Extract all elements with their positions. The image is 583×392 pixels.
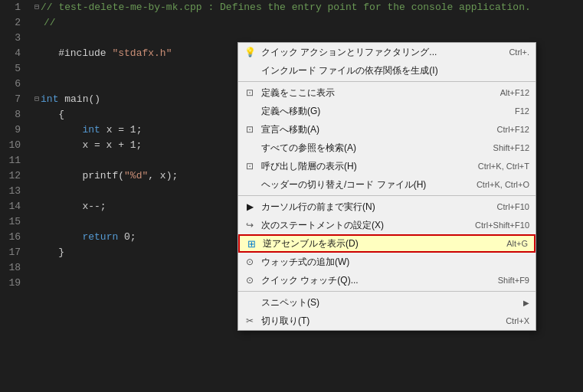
menu-shortcut-goto-decl: Ctrl+F12 — [497, 125, 530, 134]
code-kw-int-main: int — [41, 92, 58, 107]
menu-label-quick-action: クイック アクションとリファクタリング... — [261, 46, 493, 59]
menu-shortcut-quick-watch: Shift+F9 — [498, 276, 529, 285]
line-num-14: 14 — [0, 199, 21, 214]
code-brace-close: } — [34, 245, 64, 260]
menu-label-quick-watch: クイック ウォッチ(Q)... — [261, 274, 483, 287]
code-main-fn: main() — [58, 92, 100, 107]
collapse-icon-1[interactable]: ⊟ — [34, 0, 39, 15]
menu-shortcut-find-refs: Shift+F12 — [493, 143, 529, 152]
line-num-17: 17 — [0, 245, 21, 260]
code-printf: printf("%d", x); — [34, 168, 178, 184]
line-num-6: 6 — [0, 77, 21, 92]
bulb-icon: 💡 — [243, 47, 257, 57]
menu-shortcut-next-stmt: Ctrl+Shift+F10 — [475, 220, 529, 230]
menu-label-goto-decl: 宣言へ移動(A) — [261, 123, 482, 136]
next-stmt-icon: ↪ — [243, 220, 257, 230]
goto-decl-icon: ⊡ — [243, 124, 257, 135]
menu-label-include-dep: インクルード ファイルの依存関係を生成(I) — [261, 64, 529, 77]
menu-shortcut-call-hier: Ctrl+K, Ctrl+T — [478, 162, 529, 171]
line-num-16: 16 — [0, 230, 21, 245]
menu-item-def-here[interactable]: ⊡ 定義をここに表示 Alt+F12 — [238, 83, 536, 102]
line-num-18: 18 — [0, 260, 21, 276]
menu-shortcut-quick-action: Ctrl+. — [509, 47, 529, 57]
line-num-1: 1 — [0, 0, 21, 15]
line-num-4: 4 — [0, 46, 21, 61]
menu-label-call-hier: 呼び出し階層の表示(H) — [261, 160, 463, 173]
code-decrement: x--; — [34, 199, 106, 214]
line-num-9: 9 — [0, 122, 21, 138]
disasm-icon: ⊞ — [244, 238, 258, 250]
line-num-7: 7 — [0, 92, 21, 107]
menu-shortcut-goto-def: F12 — [515, 106, 529, 116]
line-num-10: 10 — [0, 138, 21, 153]
menu-label-add-watch: ウォッチ式の追加(W) — [261, 256, 529, 269]
menu-shortcut-toggle-header: Ctrl+K, Ctrl+O — [477, 180, 529, 189]
line-num-11: 11 — [0, 153, 21, 168]
menu-shortcut-cut: Ctrl+X — [506, 316, 529, 325]
menu-label-goto-def: 定義へ移動(G) — [261, 105, 499, 118]
menu-label-disassembly: 逆アセンブルを表示(D) — [263, 237, 491, 250]
line-numbers: 1 2 3 4 5 6 7 8 9 10 11 12 13 14 15 16 1… — [0, 0, 27, 392]
code-int-x: int x = 1; — [34, 122, 142, 138]
menu-shortcut-run-to-cursor: Ctrl+F10 — [497, 202, 530, 211]
menu-label-run-to-cursor: カーソル行の前まで実行(N) — [261, 201, 482, 214]
line-num-15: 15 — [0, 214, 21, 230]
menu-shortcut-disassembly: Alt+G — [506, 239, 528, 248]
line-num-12: 12 — [0, 168, 21, 184]
code-comment-1: // test-delete-me-by-mk.cpp : Defines th… — [41, 0, 531, 15]
menu-item-next-stmt[interactable]: ↪ 次のステートメントの設定(X) Ctrl+Shift+F10 — [238, 216, 536, 234]
code-x-plus: x = x + 1; — [34, 138, 142, 153]
line-num-2: 2 — [0, 15, 21, 31]
code-include: #include "stdafx.h" — [34, 46, 172, 61]
menu-item-disassembly[interactable]: ⊞ 逆アセンブルを表示(D) Alt+G — [238, 234, 536, 253]
code-line-2: // — [34, 15, 583, 31]
menu-item-cut[interactable]: ✂ 切り取り(T) Ctrl+X — [238, 312, 536, 330]
line-num-13: 13 — [0, 184, 21, 199]
cut-icon: ✂ — [243, 315, 257, 326]
call-hier-icon: ⊡ — [243, 161, 257, 172]
menu-label-toggle-header: ヘッダーの切り替え/コード ファイル(H) — [261, 178, 461, 191]
add-watch-icon: ⊙ — [243, 256, 257, 267]
run-to-cursor-icon: ▶ — [243, 201, 257, 212]
menu-label-cut: 切り取り(T) — [261, 315, 490, 328]
menu-item-include-dep[interactable]: インクルード ファイルの依存関係を生成(I) — [238, 61, 536, 80]
code-brace-open: { — [34, 107, 64, 122]
separator-1 — [238, 81, 536, 82]
menu-item-snippet[interactable]: スニペット(S) ▶ — [238, 293, 536, 312]
menu-label-def-here: 定義をここに表示 — [261, 87, 485, 100]
menu-item-call-hier[interactable]: ⊡ 呼び出し階層の表示(H) Ctrl+K, Ctrl+T — [238, 157, 536, 175]
menu-item-quick-watch[interactable]: ⊙ クイック ウォッチ(Q)... Shift+F9 — [238, 271, 536, 289]
menu-label-snippet: スニペット(S) — [261, 296, 523, 309]
code-line-1: ⊟// test-delete-me-by-mk.cpp : Defines t… — [34, 0, 583, 15]
menu-item-goto-def[interactable]: 定義へ移動(G) F12 — [238, 102, 536, 120]
separator-3 — [238, 291, 536, 292]
menu-item-add-watch[interactable]: ⊙ ウォッチ式の追加(W) — [238, 253, 536, 271]
line-num-8: 8 — [0, 107, 21, 122]
snippet-submenu-arrow: ▶ — [523, 299, 529, 307]
menu-shortcut-def-here: Alt+F12 — [500, 88, 529, 97]
def-here-icon: ⊡ — [243, 87, 257, 98]
code-return: return 0; — [34, 230, 136, 245]
quick-watch-icon: ⊙ — [243, 275, 257, 286]
menu-item-goto-decl[interactable]: ⊡ 宣言へ移動(A) Ctrl+F12 — [238, 120, 536, 139]
line-num-3: 3 — [0, 31, 21, 46]
menu-item-toggle-header[interactable]: ヘッダーの切り替え/コード ファイル(H) Ctrl+K, Ctrl+O — [238, 175, 536, 194]
collapse-icon-7[interactable]: ⊟ — [34, 92, 39, 107]
code-comment-2: // — [44, 15, 56, 31]
context-menu: 💡 クイック アクションとリファクタリング... Ctrl+. インクルード フ… — [237, 42, 536, 331]
menu-label-next-stmt: 次のステートメントの設定(X) — [261, 219, 460, 232]
menu-item-run-to-cursor[interactable]: ▶ カーソル行の前まで実行(N) Ctrl+F10 — [238, 198, 536, 216]
line-num-19: 19 — [0, 276, 21, 291]
menu-item-find-refs[interactable]: すべての参照を検索(A) Shift+F12 — [238, 139, 536, 157]
menu-item-quick-action[interactable]: 💡 クイック アクションとリファクタリング... Ctrl+. — [238, 43, 536, 61]
menu-label-find-refs: すべての参照を検索(A) — [261, 142, 478, 155]
separator-2 — [238, 195, 536, 196]
line-num-5: 5 — [0, 61, 21, 77]
